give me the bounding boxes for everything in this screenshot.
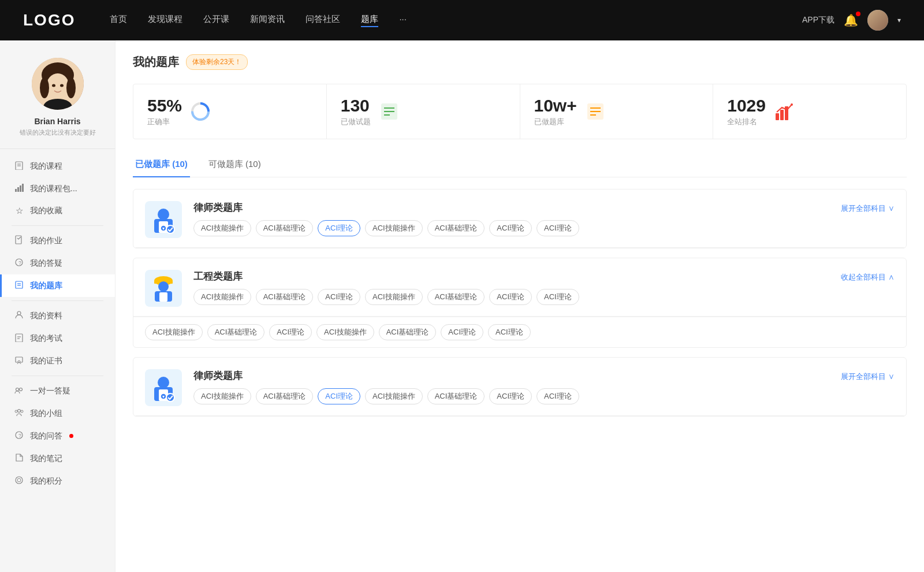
bank-extra-tag-1-1[interactable]: ACI基础理论 <box>207 324 265 340</box>
my-exam-icon <box>14 333 24 344</box>
bank-extra-tag-1-5[interactable]: ACI理论 <box>441 324 483 340</box>
sidebar-item-my-bank[interactable]: 我的题库 <box>0 274 115 297</box>
svg-point-55 <box>158 209 169 220</box>
user-avatar[interactable] <box>867 10 888 31</box>
svg-rect-12 <box>15 189 17 192</box>
nav-open-course[interactable]: 公开课 <box>203 14 229 27</box>
bank-icon-lawyer-2 <box>145 369 182 406</box>
bank-tag-1-1[interactable]: ACI基础理论 <box>256 289 314 305</box>
bank-section-2: 律师类题库 ACI技能操作 ACI基础理论 ACI理论 ACI技能操作 ACI基… <box>133 357 907 417</box>
nav-more[interactable]: ··· <box>399 14 407 27</box>
nav-qa[interactable]: 问答社区 <box>305 14 340 27</box>
bank-tags-1: ACI技能操作 ACI基础理论 ACI理论 ACI技能操作 ACI基础理论 AC… <box>193 289 829 305</box>
sidebar-item-one-on-one[interactable]: 一对一答疑 <box>0 380 115 402</box>
bank-tag-0-4[interactable]: ACI基础理论 <box>427 220 485 236</box>
my-bank-icon <box>14 280 24 291</box>
stat-value-banks: 10w+ <box>534 96 577 116</box>
bank-extra-tag-1-6[interactable]: ACI理论 <box>488 324 531 340</box>
bank-tag-1-5[interactable]: ACI理论 <box>489 289 532 305</box>
nav-bank[interactable]: 题库 <box>361 14 378 27</box>
sidebar-item-my-exam[interactable]: 我的考试 <box>0 327 115 350</box>
tab-available-banks[interactable]: 可做题库 (10) <box>206 153 263 177</box>
stat-rank: 1029 全站排名 <box>713 84 906 139</box>
sidebar-item-my-fav[interactable]: ☆ 我的收藏 <box>0 200 115 222</box>
svg-rect-51 <box>780 110 784 120</box>
tab-done-banks[interactable]: 已做题库 (10) <box>133 153 190 177</box>
navbar-links: 首页 发现课程 公开课 新闻资讯 问答社区 题库 ··· <box>110 14 802 27</box>
bank-tag-1-6[interactable]: ACI理论 <box>536 289 579 305</box>
svg-rect-23 <box>16 334 23 342</box>
bank-extra-tag-1-4[interactable]: ACI基础理论 <box>379 324 437 340</box>
my-cert-icon <box>14 355 24 366</box>
svg-point-61 <box>158 281 169 292</box>
svg-point-68 <box>166 393 174 402</box>
user-menu-chevron[interactable]: ▾ <box>897 16 901 24</box>
sidebar-item-my-homework[interactable]: 我的作业 <box>0 229 115 252</box>
bank-extra-tag-1-3[interactable]: ACI技能操作 <box>316 324 374 340</box>
my-question-icon: ? <box>14 430 24 441</box>
svg-point-31 <box>20 388 23 391</box>
bank-tag-1-3[interactable]: ACI技能操作 <box>365 289 423 305</box>
bank-tag-0-6[interactable]: ACI理论 <box>536 220 579 236</box>
svg-line-28 <box>17 363 18 364</box>
bank-tag-2-2[interactable]: ACI理论 <box>318 388 360 404</box>
my-group-icon <box>14 408 24 419</box>
svg-point-7 <box>52 84 55 87</box>
sidebar-item-my-question[interactable]: ? 我的问答 <box>0 425 115 447</box>
bank-extra-tag-1-0[interactable]: ACI技能操作 <box>145 324 203 340</box>
nav-courses[interactable]: 发现课程 <box>148 14 182 27</box>
svg-point-34 <box>21 410 23 413</box>
bank-tag-0-1[interactable]: ACI基础理论 <box>256 220 314 236</box>
sidebar-item-my-pkg[interactable]: 我的课程包... <box>0 177 115 200</box>
bank-expand-0[interactable]: 展开全部科目 ∨ <box>841 201 895 214</box>
sidebar-user-name: Brian Harris <box>34 117 80 126</box>
stat-icon-rank <box>774 101 795 122</box>
bank-tag-0-0[interactable]: ACI技能操作 <box>193 220 251 236</box>
bank-expand-1[interactable]: 收起全部科目 ∧ <box>841 270 895 283</box>
stat-icon-banks <box>585 101 606 122</box>
sidebar-item-my-cert[interactable]: 我的证书 <box>0 350 115 372</box>
sidebar-avatar <box>32 58 84 110</box>
bank-tag-2-0[interactable]: ACI技能操作 <box>193 388 251 404</box>
page-title: 我的题库 <box>133 54 179 70</box>
nav-news[interactable]: 新闻资讯 <box>250 14 285 27</box>
sidebar-item-my-profile[interactable]: 我的资料 <box>0 304 115 327</box>
nav-home[interactable]: 首页 <box>110 14 127 27</box>
stat-text-done: 130 已做试题 <box>341 96 371 127</box>
page-wrapper: Brian Harris 错误的决定比没有决定要好 我的课程 我的课程包... … <box>0 0 924 572</box>
bank-tag-2-3[interactable]: ACI技能操作 <box>365 388 423 404</box>
my-points-label: 我的积分 <box>30 476 62 486</box>
sidebar-item-my-group[interactable]: 我的小组 <box>0 402 115 425</box>
bank-tag-0-5[interactable]: ACI理论 <box>489 220 532 236</box>
bank-title-1: 工程类题库 <box>193 270 829 283</box>
bank-tag-1-2[interactable]: ACI理论 <box>318 289 360 305</box>
bank-tag-0-2[interactable]: ACI理论 <box>318 220 360 236</box>
bank-tag-1-4[interactable]: ACI基础理论 <box>427 289 485 305</box>
sidebar-item-my-points[interactable]: 我的积分 <box>0 470 115 492</box>
lawyer-person-svg-2 <box>151 373 176 402</box>
my-profile-icon <box>14 310 24 321</box>
bank-tag-2-1[interactable]: ACI基础理论 <box>256 388 314 404</box>
bank-tag-0-3[interactable]: ACI技能操作 <box>365 220 423 236</box>
stat-text-rate: 55% 正确率 <box>147 96 182 127</box>
my-qa-label: 我的答疑 <box>30 258 62 269</box>
bank-tag-1-0[interactable]: ACI技能操作 <box>193 289 251 305</box>
sidebar-item-my-course[interactable]: 我的课程 <box>0 155 115 177</box>
bank-tag-2-6[interactable]: ACI理论 <box>536 388 579 404</box>
sidebar-menu: 我的课程 我的课程包... ☆ 我的收藏 我的作业 ? <box>0 149 115 498</box>
svg-point-4 <box>66 77 76 98</box>
bank-tag-2-5[interactable]: ACI理论 <box>489 388 532 404</box>
sidebar-divider-3 <box>12 376 103 376</box>
stat-label-rank: 全站排名 <box>727 117 766 127</box>
sidebar-item-my-qa[interactable]: ? 我的答疑 <box>0 252 115 274</box>
my-pkg-label: 我的课程包... <box>30 184 77 194</box>
sidebar-item-my-notes[interactable]: 我的笔记 <box>0 447 115 470</box>
app-download-link[interactable]: APP下载 <box>802 15 834 25</box>
bank-expand-2[interactable]: 展开全部科目 ∨ <box>841 369 895 382</box>
bank-extra-tag-1-2[interactable]: ACI理论 <box>269 324 312 340</box>
svg-rect-19 <box>16 281 23 288</box>
svg-text:?: ? <box>18 260 21 266</box>
notification-bell[interactable]: 🔔 <box>844 13 858 27</box>
my-points-icon <box>14 476 24 486</box>
bank-tag-2-4[interactable]: ACI基础理论 <box>427 388 485 404</box>
